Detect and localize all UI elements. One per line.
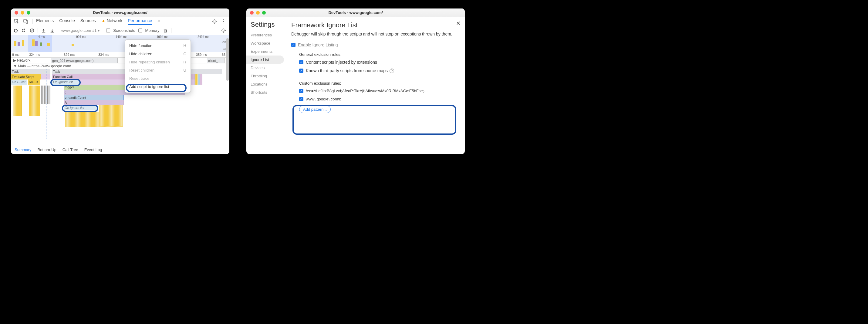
add-pattern-button[interactable]: Add pattern... <box>299 105 331 113</box>
window1-titlebar: DevTools - www.google.com/ <box>11 8 229 17</box>
network-entry-client[interactable]: client_ <box>207 58 224 63</box>
timeline-overview[interactable]: 4 ms 994 ms 1494 ms 1994 ms 2494 ms CPU … <box>11 35 229 52</box>
ignore-list-description: Debugger will skip through the scripts a… <box>291 32 459 36</box>
upload-icon[interactable] <box>41 28 46 33</box>
clear-icon[interactable] <box>29 28 35 33</box>
rule1-checkbox[interactable]: ✓ <box>299 89 303 93</box>
tab-sources[interactable]: Sources <box>81 18 96 25</box>
memory-label: Memory <box>145 28 160 33</box>
bottom-tab-bottom-up[interactable]: Bottom-Up <box>38 148 56 152</box>
inspect-element-icon[interactable] <box>14 19 20 24</box>
download-icon[interactable] <box>50 28 55 33</box>
help-icon[interactable]: ? <box>390 69 394 73</box>
custom-rule-1-row[interactable]: ✓ /ee=ALeJib:B8gLwd;AfeaP:TkrAjf;Afksuc:… <box>299 87 459 95</box>
content-scripts-row[interactable]: ✓ Content scripts injected by extensions <box>299 58 459 66</box>
settings-gear-icon[interactable] <box>212 19 217 24</box>
flame-on-ignore-list[interactable]: On ignore list <box>52 79 80 85</box>
memory-checkbox[interactable] <box>138 29 142 32</box>
overview-tick: 994 ms <box>76 35 86 38</box>
flame-on-ignore-list-short[interactable]: On i…list <box>11 79 27 85</box>
tab-performance[interactable]: Performance <box>128 18 152 25</box>
tab-network[interactable]: ▲ Network <box>101 18 122 25</box>
bottom-tab-call-tree[interactable]: Call Tree <box>62 148 78 152</box>
nav-throttling[interactable]: Throttling <box>246 72 286 80</box>
minimize-button[interactable] <box>21 11 24 14</box>
nav-locations[interactable]: Locations <box>246 80 286 88</box>
close-icon[interactable]: ✕ <box>456 20 461 27</box>
flame-context-menu: Hide functionH Hide childrenC Hide repea… <box>125 39 191 93</box>
device-mode-icon[interactable] <box>23 19 29 24</box>
flame-evaluate-script[interactable]: Evaluate Script <box>11 74 41 79</box>
tab-elements[interactable]: Elements <box>36 18 54 25</box>
devtools-performance-window: DevTools - www.google.com/ Elements Cons… <box>11 8 229 154</box>
menu-hide-children[interactable]: Hide childrenC <box>125 50 190 58</box>
flame-z-handle-event[interactable]: z.handleEvent <box>64 95 124 100</box>
nav-workspace[interactable]: Workspace <box>246 39 286 47</box>
record-button[interactable] <box>14 29 18 32</box>
flame-chart[interactable]: Task Evaluate Script On i…list Ru…s Task… <box>11 69 229 139</box>
more-tabs-icon[interactable]: » <box>157 18 160 25</box>
content-scripts-checkbox[interactable]: ✓ <box>299 60 303 64</box>
flame-a[interactable]: A <box>64 100 124 105</box>
scrollbar-track[interactable] <box>226 32 229 145</box>
custom-rule-2-row[interactable]: ✓ www\.google\.com\b <box>299 95 459 103</box>
panel-tabs: Elements Console Sources ▲ Network Perfo… <box>36 18 208 25</box>
third-party-row[interactable]: ✓ Known third-party scripts from source … <box>299 66 459 75</box>
performance-toolbar: www.google.com #1 ▾ Screenshots Memory <box>11 26 229 35</box>
third-party-checkbox[interactable]: ✓ <box>299 69 303 73</box>
bottom-tab-summary[interactable]: Summary <box>14 148 32 152</box>
close-button[interactable] <box>14 11 18 14</box>
settings-body: Settings Preferences Workspace Experimen… <box>246 17 465 154</box>
svg-line-5 <box>31 29 33 32</box>
nav-devices[interactable]: Devices <box>246 64 286 72</box>
overview-tick: 1994 ms <box>157 35 168 38</box>
maximize-button[interactable] <box>262 11 266 14</box>
flame-block[interactable] <box>195 74 197 85</box>
window1-title: DevTools - www.google.com/ <box>11 10 229 15</box>
kebab-menu-icon[interactable]: ⋮ <box>221 19 226 24</box>
time-cursor <box>46 69 46 139</box>
nav-ignore-list[interactable]: Ignore List <box>246 56 284 64</box>
network-entry[interactable]: gen_204 (www.google.com) <box>51 58 118 63</box>
close-button[interactable] <box>250 11 254 14</box>
enable-ignore-checkbox[interactable]: ✓ <box>291 43 296 47</box>
flame-stripe <box>41 86 50 104</box>
custom-rules-label: Custom exclusion rules: <box>299 78 459 87</box>
flame-task[interactable]: Task <box>11 69 50 74</box>
gc-icon[interactable] <box>163 28 168 33</box>
warning-icon: ▲ <box>101 18 105 23</box>
reload-record-icon[interactable] <box>21 28 26 33</box>
window2-titlebar: DevTools - www.google.com/ <box>246 8 465 17</box>
maximize-button[interactable] <box>27 11 30 14</box>
tab-console[interactable]: Console <box>59 18 74 25</box>
svg-point-3 <box>214 21 215 22</box>
screenshots-label: Screenshots <box>113 28 135 33</box>
svg-point-9 <box>223 30 224 31</box>
network-track-header[interactable]: ▶ Network <box>11 58 229 63</box>
main-track-header[interactable]: ▼ Main — https://www.google.com/ <box>11 63 229 69</box>
menu-hide-function[interactable]: Hide functionH <box>125 41 190 50</box>
flame-block[interactable] <box>200 74 203 85</box>
menu-add-script-ignore-list[interactable]: Add script to ignore list <box>125 83 190 91</box>
flame-runs[interactable]: Ru…s <box>28 79 40 85</box>
nav-experiments[interactable]: Experiments <box>246 47 286 56</box>
enable-ignore-listing-row[interactable]: ✓ Enable Ignore Listing <box>291 41 459 49</box>
scrollbar-thumb[interactable] <box>226 38 229 81</box>
flame-block[interactable] <box>41 74 50 79</box>
flame-on-ignore-list-2[interactable]: On ignore list <box>64 105 97 110</box>
bottom-tab-event-log[interactable]: Event Log <box>84 148 102 152</box>
settings-main: ✕ Framework Ignore List Debugger will sk… <box>286 17 465 154</box>
devtools-settings-window: DevTools - www.google.com/ Settings Pref… <box>246 8 465 154</box>
flame-block[interactable] <box>198 74 200 85</box>
nav-preferences[interactable]: Preferences <box>246 31 286 39</box>
flame-stripe <box>99 105 123 127</box>
framework-ignore-list-heading: Framework Ignore List <box>291 21 459 29</box>
menu-hide-repeating-children: Hide repeating childrenR <box>125 58 190 66</box>
rule2-checkbox[interactable]: ✓ <box>299 97 303 101</box>
page-select-dropdown[interactable]: www.google.com #1 ▾ <box>61 28 100 33</box>
divider <box>32 19 32 24</box>
nav-shortcuts[interactable]: Shortcuts <box>246 88 286 96</box>
devtools-main-toolbar: Elements Console Sources ▲ Network Perfo… <box>11 17 229 26</box>
minimize-button[interactable] <box>256 11 260 14</box>
screenshots-checkbox[interactable] <box>106 29 110 32</box>
